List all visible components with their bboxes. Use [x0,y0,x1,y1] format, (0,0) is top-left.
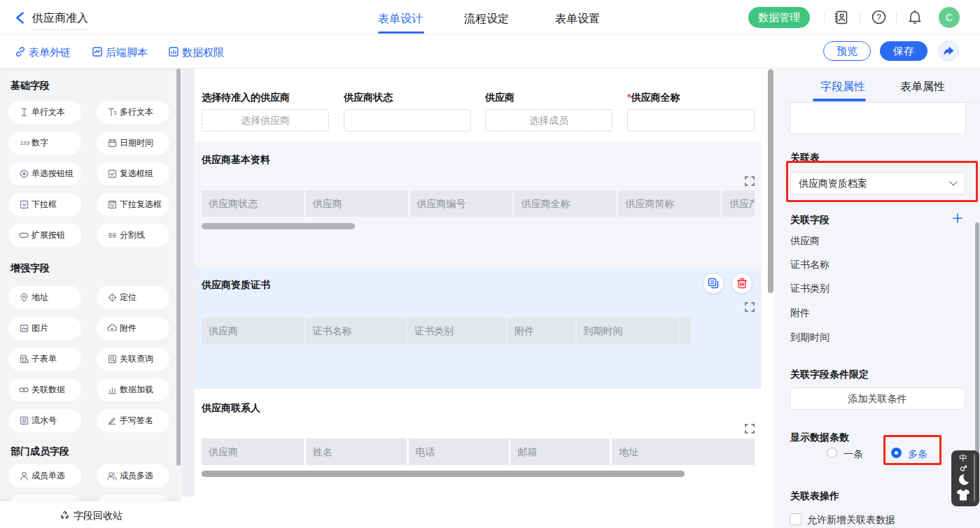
svg-text:?: ? [876,13,881,22]
